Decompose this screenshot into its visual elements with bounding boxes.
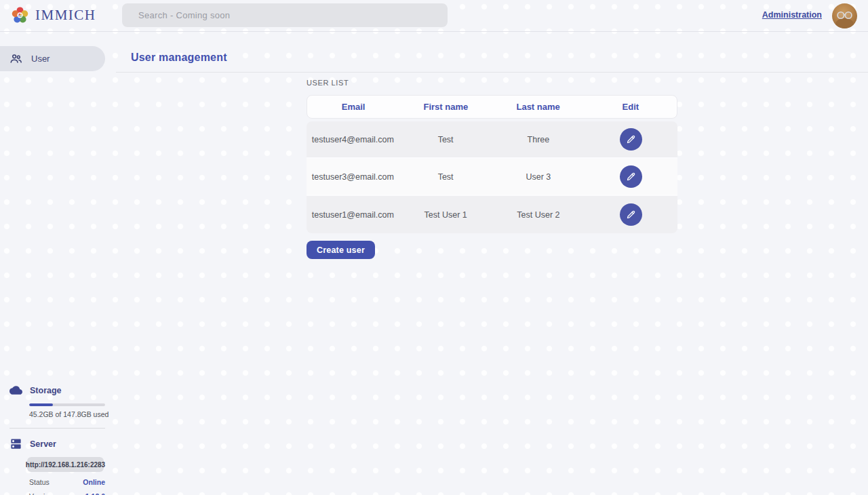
- immich-app: IMMICH Administration: [0, 0, 868, 495]
- table-header: Email First name Last name Edit: [307, 95, 677, 119]
- user-first-name-cell: Test User 1: [399, 210, 492, 220]
- status-value: Online: [83, 478, 105, 486]
- edit-user-button[interactable]: [620, 203, 642, 226]
- column-header-first-name: First name: [399, 102, 492, 112]
- version-label: Version: [29, 492, 53, 495]
- immich-flower-icon: [11, 6, 29, 24]
- administration-link[interactable]: Administration: [762, 10, 822, 20]
- pencil-icon: [626, 210, 636, 220]
- server-status-row: Status Online: [29, 478, 105, 486]
- table-row: testuser3@email.com Test User 3: [307, 159, 677, 196]
- user-last-name-cell: Three: [492, 135, 585, 144]
- table-row: testuser1@email.com Test User 1 Test Use…: [307, 196, 677, 233]
- table-row: testuser4@email.com Test Three: [307, 121, 677, 159]
- version-value: v1.12.0: [81, 492, 105, 495]
- title-divider: [116, 72, 868, 73]
- user-avatar[interactable]: [832, 3, 857, 28]
- status-label: Status: [29, 478, 50, 486]
- section-label: USER LIST: [307, 79, 677, 87]
- server-panel-header: Server: [0, 437, 116, 450]
- pencil-icon: [626, 134, 636, 144]
- server-icon: [9, 437, 22, 450]
- storage-progress-fill: [29, 403, 53, 406]
- table-body: testuser4@email.com Test Three testuser3…: [307, 121, 677, 233]
- user-email-cell: testuser1@email.com: [307, 210, 399, 220]
- sidebar-item-label: User: [31, 54, 50, 64]
- sidebar-item-user[interactable]: User: [0, 46, 105, 71]
- column-header-last-name: Last name: [492, 102, 585, 112]
- cloud-icon: [9, 384, 22, 397]
- user-last-name-cell: Test User 2: [492, 210, 585, 220]
- immich-logo[interactable]: IMMICH: [11, 6, 96, 24]
- page-title: User management: [131, 52, 227, 64]
- avatar-photo: [832, 3, 857, 28]
- pencil-icon: [626, 172, 636, 182]
- search-bar: [122, 3, 448, 27]
- user-email-cell: testuser3@email.com: [307, 172, 399, 182]
- topbar: IMMICH Administration: [0, 0, 868, 32]
- user-last-name-cell: User 3: [492, 172, 585, 182]
- storage-progress-track: [29, 403, 105, 406]
- server-title: Server: [30, 439, 56, 449]
- edit-user-button[interactable]: [620, 128, 642, 151]
- create-user-button[interactable]: Create user: [307, 241, 375, 259]
- edit-user-button[interactable]: [620, 165, 642, 188]
- sidebar-divider: [9, 428, 105, 429]
- column-header-edit: Edit: [585, 102, 677, 112]
- server-url-chip: http://192.168.1.216:2283: [27, 457, 104, 472]
- storage-panel-header: Storage: [0, 384, 116, 397]
- server-version-row: Version v1.12.0: [29, 492, 105, 495]
- user-list-section: USER LIST Email First name Last name Edi…: [307, 79, 677, 259]
- people-icon: [9, 52, 22, 65]
- search-input[interactable]: [122, 3, 448, 27]
- sidebar-footer: Storage 45.2GB of 147.8GB used Server ht…: [0, 384, 116, 495]
- user-first-name-cell: Test: [399, 135, 492, 144]
- storage-title: Storage: [30, 386, 62, 395]
- brand-name: IMMICH: [35, 7, 96, 24]
- user-first-name-cell: Test: [399, 172, 492, 182]
- column-header-email: Email: [307, 102, 399, 112]
- storage-usage-text: 45.2GB of 147.8GB used: [29, 410, 116, 418]
- user-email-cell: testuser4@email.com: [307, 135, 399, 144]
